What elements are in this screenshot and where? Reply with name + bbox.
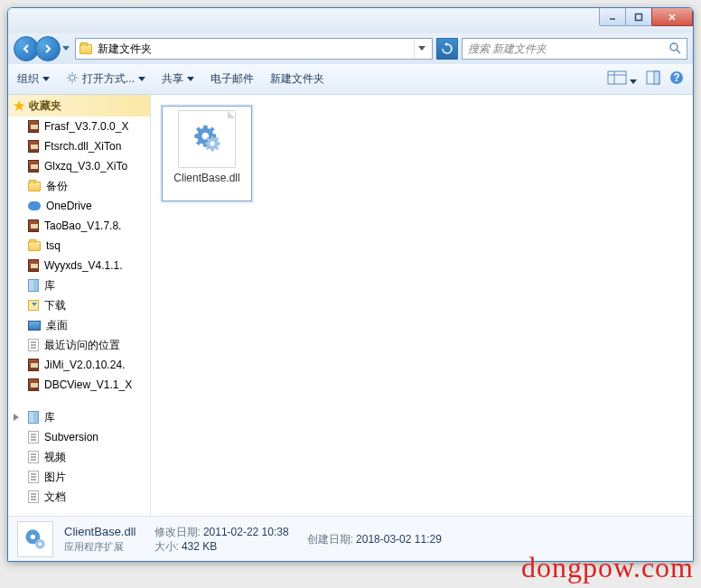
watermark: dongpow.com — [521, 551, 694, 584]
breadcrumb-segment[interactable]: 新建文件夹 — [98, 42, 152, 57]
sidebar-item-label: 图片 — [44, 470, 66, 485]
preview-pane-button[interactable] — [646, 70, 660, 88]
file-icon — [28, 431, 39, 443]
sidebar-item-label: Ftsrch.dll_XiTon — [44, 140, 121, 153]
sidebar-item-label: Glxzq_V3.0_XiTo — [44, 160, 127, 173]
search-box[interactable]: 搜索 新建文件夹 — [462, 38, 687, 60]
help-button[interactable]: ? — [669, 70, 684, 88]
file-name-label: ClientBase.dll — [173, 172, 239, 184]
sidebar-item[interactable]: 图片 — [8, 467, 150, 487]
sidebar-item-label: DBCView_V1.1_X — [44, 378, 132, 391]
sidebar-item-label: tsq — [46, 239, 61, 252]
forward-button[interactable] — [35, 36, 61, 61]
nav-buttons — [14, 36, 71, 61]
favorites-label: 收藏夹 — [29, 98, 61, 114]
libraries-header[interactable]: 库 — [8, 407, 150, 427]
sidebar-item-label: 桌面 — [46, 318, 68, 333]
search-icon[interactable] — [668, 42, 681, 57]
details-file-type: 应用程序扩展 — [64, 539, 136, 554]
archive-icon — [28, 140, 39, 153]
file-item[interactable]: ClientBase.dll — [162, 106, 252, 201]
star-icon: ★ — [14, 98, 25, 113]
file-icon — [28, 490, 39, 503]
sidebar-item[interactable]: Ftsrch.dll_XiTon — [8, 136, 150, 156]
sidebar-item[interactable]: 视频 — [8, 447, 150, 467]
sidebar-item[interactable]: Subversion — [8, 427, 150, 447]
explorer-window: 新建文件夹 搜索 新建文件夹 组织 打开方式... 共享 电子邮件 新建文件夹 … — [7, 7, 694, 562]
sidebar-item-label: Frasf_V3.7.0.0_X — [44, 120, 128, 133]
details-meta-1: 修改日期: 2011-02-22 10:38 大小: 432 KB — [154, 525, 289, 554]
svg-line-5 — [677, 50, 680, 53]
sidebar-item[interactable]: Wyyxds_V4.1.1. — [8, 256, 150, 275]
gear-icon — [66, 71, 79, 87]
address-dropdown[interactable] — [414, 39, 428, 59]
close-button[interactable] — [651, 8, 693, 26]
sidebar-item[interactable]: DBCView_V1.1_X — [8, 375, 150, 395]
file-icon — [28, 339, 39, 351]
library-icon — [28, 279, 39, 292]
folder-icon — [28, 241, 41, 251]
refresh-button[interactable] — [436, 38, 458, 60]
archive-icon — [28, 219, 39, 232]
sidebar-item[interactable]: OneDrive — [8, 196, 150, 216]
sidebar-item[interactable]: 文档 — [8, 487, 150, 507]
sidebar-item[interactable]: 桌面 — [8, 315, 150, 335]
sidebar-item-label: OneDrive — [46, 200, 92, 212]
minimize-button[interactable] — [599, 8, 626, 26]
details-icon — [17, 521, 53, 557]
title-bar — [8, 8, 693, 33]
sidebar-item-label: 最近访问的位置 — [44, 338, 120, 353]
history-dropdown[interactable] — [61, 37, 71, 61]
desktop-icon — [28, 321, 41, 331]
svg-point-6 — [70, 75, 75, 80]
svg-point-19 — [38, 542, 42, 546]
address-bar[interactable]: 新建文件夹 — [75, 38, 433, 60]
folder-icon — [28, 182, 41, 191]
archive-icon — [28, 259, 39, 272]
organize-menu[interactable]: 组织 — [17, 71, 50, 87]
sidebar-item[interactable]: Glxzq_V3.0_XiTo — [8, 156, 150, 176]
svg-rect-7 — [608, 71, 626, 84]
maximize-button[interactable] — [625, 8, 652, 26]
svg-rect-1 — [636, 14, 642, 20]
sidebar-item-label: 备份 — [46, 179, 68, 194]
file-list-pane[interactable]: ClientBase.dll — [151, 95, 693, 516]
window-controls — [600, 8, 693, 26]
file-thumbnail — [178, 110, 236, 168]
email-button[interactable]: 电子邮件 — [210, 71, 254, 87]
svg-point-4 — [670, 43, 678, 51]
svg-point-17 — [31, 534, 35, 538]
archive-icon — [28, 378, 39, 391]
sidebar-item-label: Subversion — [44, 431, 98, 443]
sidebar-item[interactable]: 下载 — [8, 295, 150, 315]
share-menu[interactable]: 共享 — [162, 71, 194, 87]
new-folder-button[interactable]: 新建文件夹 — [270, 71, 324, 87]
chevron-icon — [14, 411, 23, 424]
sidebar-item-label: Wyyxds_V4.1.1. — [44, 259, 123, 272]
details-file-name: ClientBase.dll — [64, 525, 136, 539]
navigation-bar: 新建文件夹 搜索 新建文件夹 — [8, 33, 693, 64]
search-placeholder: 搜索 新建文件夹 — [468, 42, 547, 57]
cloud-icon — [28, 201, 41, 210]
archive-icon — [28, 359, 39, 371]
sidebar-item[interactable]: JiMi_V2.0.10.24. — [8, 355, 150, 375]
favorites-header[interactable]: ★ 收藏夹 — [8, 95, 150, 117]
sidebar-item[interactable]: tsq — [8, 236, 150, 256]
download-icon — [28, 300, 39, 311]
sidebar-item[interactable]: TaoBao_V1.7.8. — [8, 216, 150, 236]
open-with-menu[interactable]: 打开方式... — [66, 71, 145, 87]
command-bar: 组织 打开方式... 共享 电子邮件 新建文件夹 ? — [8, 64, 693, 95]
sidebar-item-label: 库 — [44, 278, 55, 294]
sidebar-item[interactable]: 最近访问的位置 — [8, 335, 150, 355]
file-icon — [28, 451, 39, 463]
svg-point-15 — [210, 141, 215, 146]
svg-text:?: ? — [673, 71, 679, 84]
sidebar-item-label: TaoBao_V1.7.8. — [44, 219, 121, 232]
library-icon — [28, 411, 39, 424]
view-options-button[interactable] — [607, 70, 637, 88]
sidebar-item[interactable]: 备份 — [8, 176, 150, 196]
sidebar-item[interactable]: 库 — [8, 275, 150, 295]
details-meta-2: 创建日期: 2018-03-02 11:29 — [307, 532, 442, 546]
sidebar-item[interactable]: Frasf_V3.7.0.0_X — [8, 117, 150, 136]
sidebar-item-label: JiMi_V2.0.10.24. — [44, 359, 125, 371]
